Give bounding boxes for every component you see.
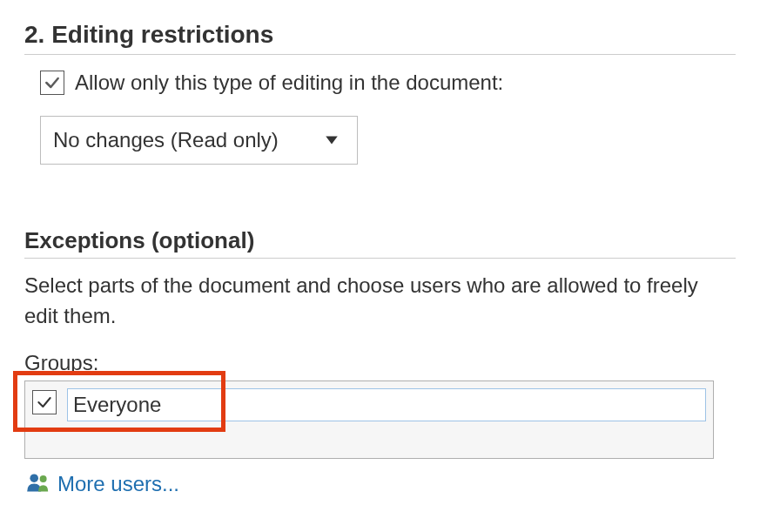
more-users-link[interactable]: More users... (24, 471, 736, 497)
allow-editing-checkbox[interactable] (40, 71, 64, 95)
group-item[interactable]: Everyone (67, 388, 706, 421)
editing-restrictions-heading: 2. Editing restrictions (24, 21, 736, 55)
svg-point-0 (30, 474, 38, 482)
editing-type-dropdown-button[interactable] (306, 117, 357, 164)
users-icon (24, 471, 52, 497)
group-everyone-checkbox[interactable] (32, 390, 57, 414)
chevron-down-icon (322, 132, 341, 148)
allow-editing-row: Allow only this type of editing in the d… (40, 71, 736, 95)
group-item-label: Everyone (73, 393, 161, 417)
editing-type-select[interactable]: No changes (Read only) (40, 116, 358, 165)
allow-editing-label: Allow only this type of editing in the d… (75, 71, 503, 95)
checkmark-icon (44, 74, 61, 91)
groups-panel: Everyone (24, 380, 714, 459)
more-users-label: More users... (57, 472, 179, 496)
svg-point-1 (40, 475, 47, 482)
editing-type-value: No changes (Read only) (41, 128, 306, 152)
exceptions-help-text: Select parts of the document and choose … (24, 271, 703, 332)
exceptions-heading: Exceptions (optional) (24, 227, 736, 259)
checkmark-icon (36, 394, 53, 411)
groups-label: Groups: (24, 351, 736, 375)
